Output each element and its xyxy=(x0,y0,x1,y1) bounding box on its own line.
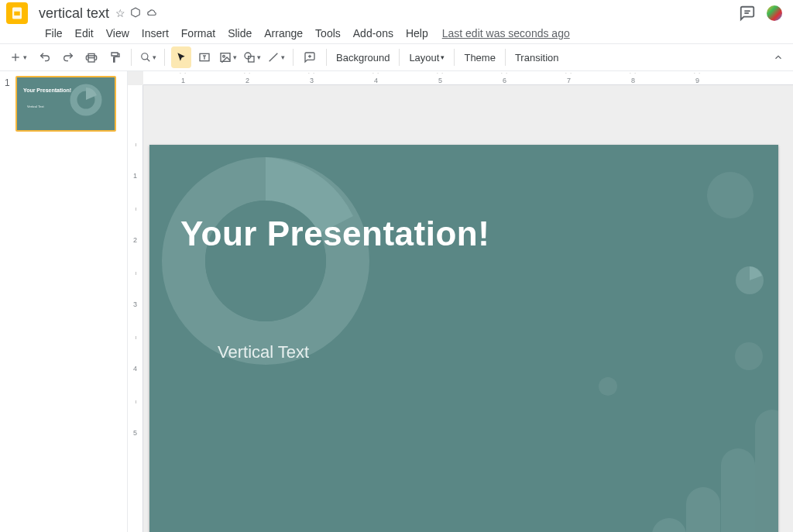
new-slide-button[interactable]: ▾ xyxy=(8,46,29,68)
menu-tools[interactable]: Tools xyxy=(309,26,347,41)
thumb-title: Your Presentation! xyxy=(23,88,71,93)
menu-help[interactable]: Help xyxy=(400,26,434,41)
svg-rect-15 xyxy=(249,57,254,62)
svg-line-16 xyxy=(269,53,278,62)
comments-icon[interactable] xyxy=(739,5,756,22)
slide-thumbnail-1[interactable]: Your Presentation! Vertical Text xyxy=(15,76,116,132)
zoom-button[interactable]: ▾ xyxy=(138,46,158,68)
thumb-subtitle: Vertical Text xyxy=(27,105,44,108)
svg-rect-6 xyxy=(88,58,94,62)
filmstrip-panel[interactable]: 1 Your Presentation! Vertical Text xyxy=(0,71,128,532)
undo-button[interactable] xyxy=(35,46,55,68)
menu-format[interactable]: Format xyxy=(175,26,221,41)
main-area: 1 Your Presentation! Vertical Text 1 2 3… xyxy=(0,71,793,532)
circle-decoration xyxy=(707,172,754,218)
slide-subtitle[interactable]: Vertical Text xyxy=(218,342,309,362)
account-avatar[interactable] xyxy=(767,5,782,21)
cloud-status-icon[interactable] xyxy=(146,7,158,19)
svg-rect-12 xyxy=(221,53,230,62)
canvas-area[interactable]: 1 2 3 4 5 6 7 8 9 1 2 3 4 5 xyxy=(128,71,793,532)
menu-file[interactable]: File xyxy=(39,26,69,41)
menu-bar: File Edit View Insert Format Slide Arran… xyxy=(0,23,793,43)
image-tool[interactable]: ▾ xyxy=(218,46,239,68)
comment-button[interactable] xyxy=(300,46,320,68)
slide-canvas[interactable]: Your Presentation! Vertical Text xyxy=(149,145,778,532)
svg-point-7 xyxy=(141,53,147,60)
theme-button[interactable]: Theme xyxy=(458,46,501,68)
horizontal-ruler: 1 2 3 4 5 6 7 8 9 xyxy=(143,71,793,85)
circle-decoration xyxy=(735,342,763,370)
background-button[interactable]: Background xyxy=(330,46,396,68)
svg-point-13 xyxy=(223,55,225,57)
line-tool[interactable]: ▾ xyxy=(266,46,287,68)
star-icon[interactable]: ☆ xyxy=(115,7,125,19)
transition-button[interactable]: Transition xyxy=(509,46,565,68)
svg-line-8 xyxy=(146,59,149,62)
slide-number: 1 xyxy=(5,76,11,132)
menu-edit[interactable]: Edit xyxy=(69,26,100,41)
slide-title[interactable]: Your Presentation! xyxy=(180,215,489,253)
menu-slide[interactable]: Slide xyxy=(221,26,258,41)
chevron-down-icon: ▾ xyxy=(441,53,445,61)
vertical-ruler: 1 2 3 4 5 xyxy=(128,85,143,532)
menu-addons[interactable]: Add-ons xyxy=(347,26,400,41)
document-title[interactable]: vertical text xyxy=(39,5,109,22)
textbox-tool[interactable] xyxy=(194,46,215,68)
toolbar: ▾ ▾ ▾ ▾ ▾ Background Layout ▾ Theme Tran… xyxy=(0,43,793,71)
shape-tool[interactable]: ▾ xyxy=(242,46,263,68)
redo-button[interactable] xyxy=(58,46,78,68)
last-edit-link[interactable]: Last edit was seconds ago xyxy=(442,27,570,39)
select-tool[interactable] xyxy=(171,46,191,68)
print-button[interactable] xyxy=(81,46,101,68)
bars-decoration xyxy=(617,410,778,532)
menu-arrange[interactable]: Arrange xyxy=(258,26,309,41)
title-bar: vertical text ☆ xyxy=(0,0,793,23)
pie-decoration xyxy=(734,265,765,296)
circle-decoration xyxy=(599,377,617,396)
slides-app-icon[interactable] xyxy=(6,2,28,24)
move-icon[interactable] xyxy=(130,7,141,19)
paint-format-button[interactable] xyxy=(105,46,125,68)
menu-view[interactable]: View xyxy=(100,26,136,41)
collapse-toolbar-button[interactable] xyxy=(768,46,788,68)
svg-rect-1 xyxy=(14,12,20,15)
menu-insert[interactable]: Insert xyxy=(136,26,175,41)
layout-button[interactable]: Layout ▾ xyxy=(403,46,451,68)
